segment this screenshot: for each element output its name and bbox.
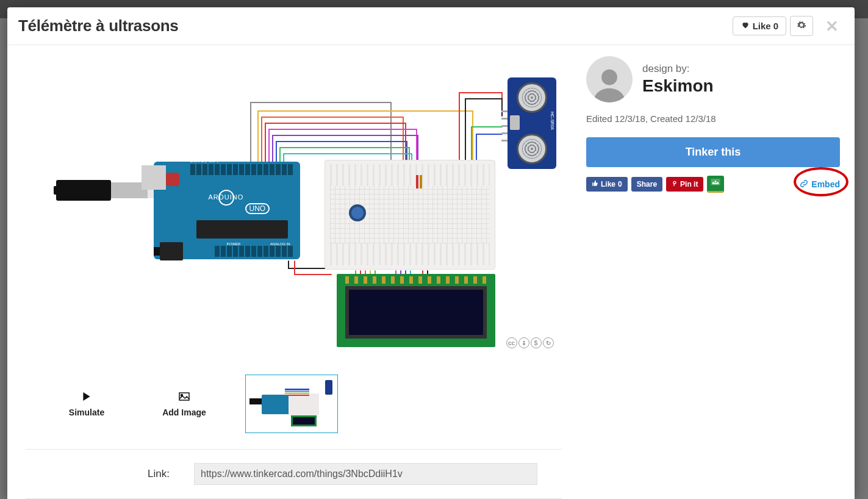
svg-point-7 [715, 181, 717, 182]
led [416, 175, 418, 188]
design-title: Télémètre à ultrasons [18, 16, 733, 35]
arduino-brand: ARDUINO [209, 193, 244, 201]
fb-share-label: Share [637, 180, 657, 188]
usb-cable [56, 175, 154, 206]
cc-nc-icon: $ [531, 337, 542, 348]
simulate-label: Simulate [50, 407, 123, 417]
pin-label: Pin it [680, 180, 698, 188]
cc-license-badges: cc $ ↻ [506, 337, 554, 348]
left-column: DIGITAL (PWM~) ARDUINO UNO POWER ANALOG … [7, 45, 580, 499]
potentiometer [349, 204, 366, 221]
ultrasonic-sensor: HC-SR04 [508, 77, 556, 169]
circuit-preview[interactable]: DIGITAL (PWM~) ARDUINO UNO POWER ANALOG … [26, 54, 562, 364]
gear-icon [797, 20, 806, 32]
like-label: Like [753, 21, 771, 31]
cc-by-icon [518, 337, 529, 348]
arduino-board: DIGITAL (PWM~) ARDUINO UNO POWER ANALOG … [154, 162, 300, 259]
fb-like-button[interactable]: Like 0 [586, 177, 628, 192]
link-input[interactable] [194, 463, 537, 485]
cc-icon: cc [506, 337, 517, 348]
right-column: design by: Eskimon Edited 12/3/18, Creat… [580, 45, 855, 499]
author-row: design by: Eskimon [586, 56, 840, 102]
design-modal: Télémètre à ultrasons Like 0 ✕ [7, 7, 855, 499]
pinterest-button[interactable]: Pin it [666, 177, 703, 192]
lcd-display [337, 274, 495, 347]
settings-button[interactable] [790, 16, 813, 36]
link-icon [800, 179, 808, 190]
like-button[interactable]: Like 0 [733, 16, 786, 35]
avatar[interactable] [586, 56, 633, 102]
cc-sa-icon: ↻ [543, 337, 554, 348]
heart-icon [741, 21, 750, 31]
hcsr04-label: HC-SR04 [550, 112, 554, 130]
svg-point-4 [601, 70, 617, 85]
add-image-label: Add Image [148, 407, 221, 417]
thumbnail-selected[interactable] [245, 375, 338, 433]
svg-point-0 [523, 341, 525, 343]
author-name[interactable]: Eskimon [642, 76, 714, 96]
social-row: Like 0 Share Pin it [586, 176, 840, 193]
arduino-model: UNO [245, 203, 270, 214]
close-button[interactable]: ✕ [817, 18, 844, 34]
fb-like-count: 0 [618, 180, 622, 188]
link-label: Link: [148, 468, 184, 480]
thumbs-up-icon [592, 180, 598, 188]
modal-body: DIGITAL (PWM~) ARDUINO UNO POWER ANALOG … [7, 45, 855, 499]
embed-label: Embed [811, 179, 840, 189]
image-icon [148, 391, 221, 404]
like-count: 0 [773, 21, 778, 31]
link-row: Link: [26, 450, 562, 498]
header-actions: Like 0 ✕ [733, 16, 844, 36]
add-image-button[interactable]: Add Image [148, 391, 221, 417]
meta-dates: Edited 12/3/18, Created 12/3/18 [586, 113, 840, 124]
fb-like-label: Like [601, 180, 615, 188]
circuit-canvas: DIGITAL (PWM~) ARDUINO UNO POWER ANALOG … [32, 65, 556, 352]
arduino-digital-label: DIGITAL (PWM~) [190, 159, 219, 163]
embed-link[interactable]: Embed [800, 179, 840, 190]
tinker-this-button[interactable]: Tinker this [586, 137, 840, 167]
svg-rect-2 [179, 393, 189, 400]
thumbnail-strip: Simulate Add Image [26, 364, 562, 449]
svg-rect-10 [712, 183, 719, 184]
classroom-icon [710, 177, 721, 190]
design-by-label: design by: [642, 63, 714, 75]
pinterest-icon [672, 180, 678, 188]
svg-rect-1 [523, 343, 525, 345]
google-classroom-button[interactable] [707, 176, 724, 193]
fb-share-button[interactable]: Share [631, 177, 662, 192]
simulate-button[interactable]: Simulate [50, 391, 123, 417]
modal-header: Télémètre à ultrasons Like 0 ✕ [7, 7, 855, 45]
play-icon [50, 391, 123, 404]
